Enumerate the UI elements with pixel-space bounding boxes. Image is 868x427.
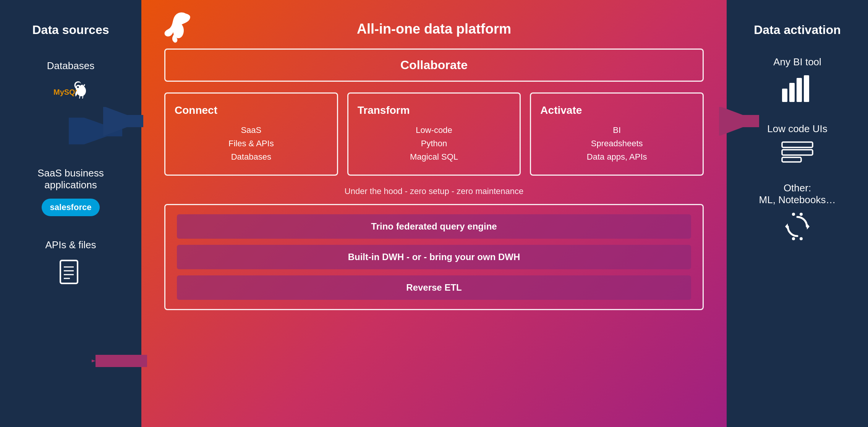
saas-label: SaaS business applications bbox=[37, 167, 104, 191]
svg-point-30 bbox=[800, 237, 803, 240]
transform-items: Low-codePythonMagical SQL bbox=[358, 123, 511, 164]
svg-point-29 bbox=[792, 237, 795, 240]
platform-title: All-in-one data platform bbox=[357, 21, 511, 37]
svg-rect-21 bbox=[804, 75, 809, 102]
left-title: Data sources bbox=[32, 23, 109, 37]
svg-point-3 bbox=[77, 86, 79, 88]
apis-label: APIs & files bbox=[45, 239, 96, 251]
svg-marker-26 bbox=[785, 223, 788, 230]
svg-point-28 bbox=[800, 213, 803, 216]
connect-title: Connect bbox=[175, 104, 328, 116]
other-label: Other: ML, Notebooks… bbox=[759, 182, 836, 206]
svg-rect-24 bbox=[782, 157, 801, 162]
connect-box: Connect SaaSFiles & APIsDatabases bbox=[164, 92, 338, 176]
svg-point-27 bbox=[792, 213, 795, 216]
pelican-logo bbox=[162, 10, 195, 44]
transform-title: Transform bbox=[358, 104, 511, 116]
ml-icon bbox=[782, 211, 813, 242]
database-icons: MySQL bbox=[53, 79, 88, 102]
arrow-out-right bbox=[719, 107, 765, 136]
platform-header: All-in-one data platform bbox=[164, 21, 704, 37]
three-boxes: Connect SaaSFiles & APIsDatabases Transf… bbox=[164, 92, 704, 176]
document-icon bbox=[58, 259, 83, 287]
dwh-row: Built-in DWH - or - bring your own DWH bbox=[177, 245, 691, 269]
arrow-reverse-etl bbox=[92, 347, 149, 375]
databases-label: Databases bbox=[47, 60, 94, 72]
connect-items: SaaSFiles & APIsDatabases bbox=[175, 123, 328, 164]
activate-box: Activate BISpreadsheetsData apps, APIs bbox=[530, 92, 704, 176]
activate-title: Activate bbox=[540, 104, 693, 116]
svg-marker-25 bbox=[807, 223, 810, 230]
svg-rect-22 bbox=[782, 142, 813, 147]
mysql-icon: MySQL bbox=[53, 79, 88, 102]
arrow-into-center bbox=[103, 107, 149, 136]
svg-rect-6 bbox=[60, 260, 78, 283]
bi-tool-section: Any BI tool bbox=[773, 56, 821, 104]
other-section: Other: ML, Notebooks… bbox=[759, 182, 836, 242]
svg-rect-20 bbox=[797, 78, 802, 102]
bottom-infrastructure-box: Trino federated query engine Built-in DW… bbox=[164, 204, 704, 310]
lowcode-label: Low code UIs bbox=[767, 123, 828, 135]
collaborate-label: Collaborate bbox=[400, 58, 468, 72]
trino-row: Trino federated query engine bbox=[177, 214, 691, 239]
salesforce-logo: salesforce bbox=[42, 199, 100, 216]
transform-box: Transform Low-codePythonMagical SQL bbox=[347, 92, 521, 176]
svg-rect-19 bbox=[789, 83, 795, 102]
lowcode-section: Low code UIs bbox=[767, 123, 828, 163]
svg-rect-18 bbox=[782, 89, 787, 102]
powerbi-icon bbox=[780, 73, 815, 104]
saas-section: SaaS business applications salesforce bbox=[37, 167, 104, 216]
lowcode-icon bbox=[780, 140, 815, 163]
svg-rect-23 bbox=[782, 150, 813, 155]
apis-section: APIs & files bbox=[45, 239, 96, 287]
center-panel: All-in-one data platform Collaborate Con… bbox=[141, 0, 727, 427]
collaborate-box: Collaborate bbox=[164, 49, 704, 82]
bi-label: Any BI tool bbox=[773, 56, 821, 68]
databases-section: Databases MySQL bbox=[47, 60, 94, 102]
activate-items: BISpreadsheetsData apps, APIs bbox=[540, 123, 693, 164]
reverse-etl-row: Reverse ETL bbox=[177, 275, 691, 300]
under-hood-text: Under the hood - zero setup - zero maint… bbox=[345, 186, 523, 196]
right-title: Data activation bbox=[754, 23, 841, 37]
right-panel: Data activation Any BI tool Low code UIs… bbox=[727, 0, 868, 427]
